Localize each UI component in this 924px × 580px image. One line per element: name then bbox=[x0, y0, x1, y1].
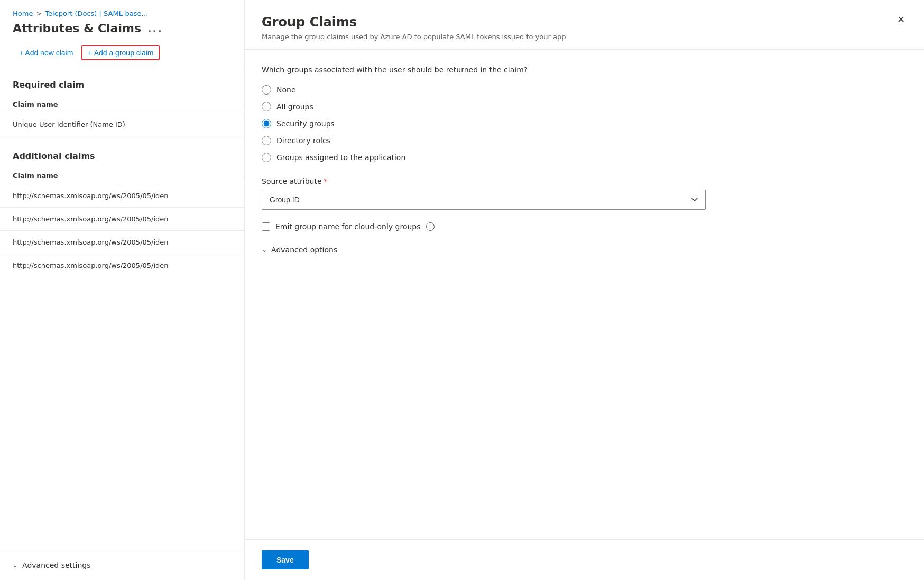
group-type-radio-group: None All groups Security groups Director… bbox=[262, 85, 907, 162]
page-title: Attributes & Claims ... bbox=[0, 17, 244, 35]
radio-groups-assigned-input[interactable] bbox=[262, 153, 271, 162]
emit-group-name-row: Emit group name for cloud-only groups i bbox=[262, 222, 907, 231]
advanced-settings-label: Advanced settings bbox=[22, 561, 90, 569]
required-claims-table-header: Claim name bbox=[0, 96, 244, 113]
source-attr-dropdown[interactable]: Group ID sAMAccountName NetbiosDomainNam… bbox=[262, 190, 706, 210]
required-claim-row[interactable]: Unique User Identifier (Name ID) bbox=[0, 113, 244, 136]
radio-none-input[interactable] bbox=[262, 85, 271, 95]
table-row[interactable]: http://schemas.xmlsoap.org/ws/2005/05/id… bbox=[0, 208, 244, 231]
radio-all-groups-input[interactable] bbox=[262, 102, 271, 111]
groups-question: Which groups associated with the user sh… bbox=[262, 64, 907, 76]
add-group-claim-button[interactable]: + Add a group claim bbox=[81, 45, 160, 60]
additional-claims-header: Additional claims bbox=[0, 141, 244, 167]
info-icon[interactable]: i bbox=[426, 222, 435, 231]
additional-claim-2: http://schemas.xmlsoap.org/ws/2005/05/id… bbox=[13, 238, 169, 246]
breadcrumb-home[interactable]: Home bbox=[13, 10, 33, 17]
additional-claim-3: http://schemas.xmlsoap.org/ws/2005/05/id… bbox=[13, 261, 169, 269]
radio-groups-assigned[interactable]: Groups assigned to the application bbox=[262, 153, 907, 162]
source-attr-dropdown-wrapper: Group ID sAMAccountName NetbiosDomainNam… bbox=[262, 190, 706, 210]
drawer-content: Which groups associated with the user sh… bbox=[245, 50, 924, 539]
required-claims-header: Required claim bbox=[0, 69, 244, 96]
radio-directory-roles-input[interactable] bbox=[262, 136, 271, 145]
emit-group-name-checkbox[interactable] bbox=[262, 222, 270, 231]
required-claim-name-col: Claim name bbox=[13, 100, 58, 108]
radio-security-groups-label: Security groups bbox=[276, 119, 335, 128]
radio-all-groups[interactable]: All groups bbox=[262, 102, 907, 111]
radio-groups-assigned-label: Groups assigned to the application bbox=[276, 153, 405, 162]
breadcrumb-app[interactable]: Teleport (Docs) | SAML-based Sign... bbox=[45, 10, 151, 17]
radio-directory-roles-label: Directory roles bbox=[276, 136, 331, 145]
radio-security-groups-input[interactable] bbox=[262, 119, 271, 128]
additional-claim-name-col: Claim name bbox=[13, 172, 58, 180]
group-claims-drawer: Group Claims Manage the group claims use… bbox=[244, 0, 924, 580]
save-button[interactable]: Save bbox=[262, 550, 309, 569]
drawer-header: Group Claims Manage the group claims use… bbox=[245, 0, 924, 50]
drawer-footer: Save bbox=[245, 539, 924, 580]
additional-claims-table-header: Claim name bbox=[0, 167, 244, 184]
action-bar: + Add new claim + Add a group claim bbox=[0, 35, 244, 69]
radio-none-label: None bbox=[276, 86, 296, 94]
radio-none[interactable]: None bbox=[262, 85, 907, 95]
advanced-options-label: Advanced options bbox=[271, 246, 337, 254]
advanced-settings-toggle[interactable]: ⌄ Advanced settings bbox=[0, 550, 244, 580]
radio-directory-roles[interactable]: Directory roles bbox=[262, 136, 907, 145]
additional-claim-1: http://schemas.xmlsoap.org/ws/2005/05/id… bbox=[13, 215, 169, 223]
source-attr-label: Source attribute * bbox=[262, 177, 907, 185]
required-star: * bbox=[324, 177, 328, 185]
table-row[interactable]: http://schemas.xmlsoap.org/ws/2005/05/id… bbox=[0, 231, 244, 254]
close-button[interactable]: ✕ bbox=[895, 13, 907, 26]
breadcrumb: Home > Teleport (Docs) | SAML-based Sign… bbox=[0, 0, 244, 17]
more-options-dots[interactable]: ... bbox=[147, 22, 163, 35]
drawer-subtitle: Manage the group claims used by Azure AD… bbox=[262, 33, 566, 41]
additional-claim-0: http://schemas.xmlsoap.org/ws/2005/05/id… bbox=[13, 192, 169, 200]
add-new-claim-button[interactable]: + Add new claim bbox=[13, 45, 79, 60]
radio-all-groups-label: All groups bbox=[276, 102, 313, 111]
advanced-options-toggle[interactable]: ⌄ Advanced options bbox=[262, 246, 907, 254]
table-row[interactable]: http://schemas.xmlsoap.org/ws/2005/05/id… bbox=[0, 184, 244, 208]
left-panel: Home > Teleport (Docs) | SAML-based Sign… bbox=[0, 0, 244, 580]
emit-group-name-label: Emit group name for cloud-only groups bbox=[275, 222, 421, 231]
drawer-title: Group Claims bbox=[262, 15, 566, 30]
source-attribute-section: Source attribute * Group ID sAMAccountNa… bbox=[262, 177, 907, 210]
additional-claims-section: Additional claims Claim name http://sche… bbox=[0, 136, 244, 277]
breadcrumb-sep1: > bbox=[36, 10, 42, 17]
required-claim-value: Unique User Identifier (Name ID) bbox=[13, 120, 125, 128]
drawer-title-block: Group Claims Manage the group claims use… bbox=[262, 15, 566, 41]
chevron-down-icon: ⌄ bbox=[13, 562, 18, 569]
chevron-down-icon: ⌄ bbox=[262, 246, 267, 254]
claims-area: Required claim Claim name Unique User Id… bbox=[0, 69, 244, 550]
radio-security-groups[interactable]: Security groups bbox=[262, 119, 907, 128]
table-row[interactable]: http://schemas.xmlsoap.org/ws/2005/05/id… bbox=[0, 254, 244, 277]
